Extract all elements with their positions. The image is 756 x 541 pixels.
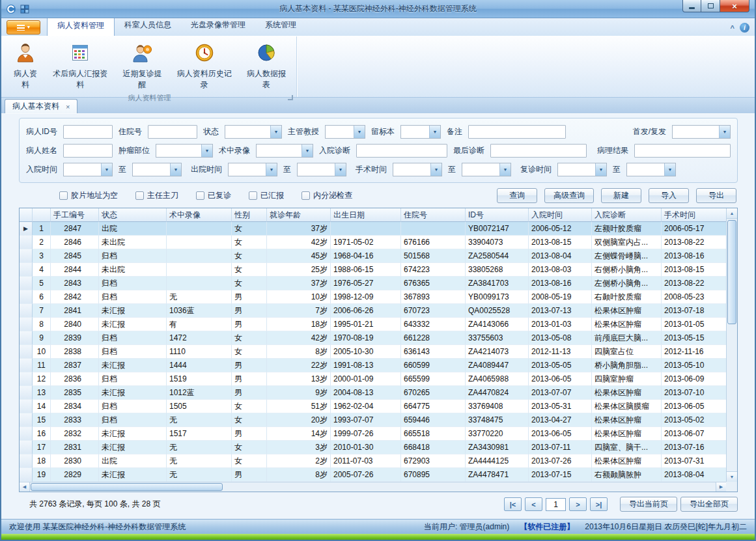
column-header[interactable]: 术中录像 [167,208,232,222]
filter-checkbox[interactable]: 内分泌检查 [301,190,352,201]
filter-input[interactable] [63,144,113,158]
first-page-button[interactable]: |< [504,497,522,511]
filter-input[interactable] [634,144,731,158]
ribbon-tab[interactable]: 科室人员信息 [115,16,181,36]
filter-dropdown[interactable]: ▼ [225,125,282,139]
table-row[interactable]: 132835未汇报1012蓝男9岁2004-08-13670265ZA44708… [20,386,726,400]
filter-dropdown[interactable]: ▼ [63,163,113,176]
tab-close-icon[interactable]: × [66,103,70,111]
minimize-button[interactable] [682,0,701,12]
ribbon-button[interactable]: 病人数据报表 [239,38,294,93]
close-button[interactable]: × [720,0,749,12]
action-button[interactable]: 导入 [649,188,689,203]
table-row[interactable]: 102838归档1110女8岁2005-10-30636143ZA4214073… [20,345,726,359]
ribbon-button[interactable]: 病人资料 [5,38,46,93]
scroll-right-icon[interactable]: ▶ [716,482,726,492]
table-row[interactable]: 142834归档1505女51岁1962-02-0466477533769408… [20,400,726,413]
filter-checkbox[interactable]: 已复诊 [196,190,231,201]
filter-dropdown[interactable]: ▼ [557,163,607,176]
maximize-button[interactable] [701,0,720,12]
table-row[interactable]: 32845归档女45岁1968-04-16501568ZA25805442013… [20,249,726,263]
filter-dropdown[interactable]: ▼ [132,163,182,176]
cell: 1968-04-16 [331,249,401,263]
action-button[interactable]: 导出 [696,188,736,203]
filter-dropdown[interactable]: ▼ [400,125,441,139]
table-row[interactable]: 62842归档无男10岁1998-12-09367893YB0099173200… [20,290,726,304]
filter-input[interactable] [148,125,197,139]
ribbon-tab[interactable]: 光盘录像带管理 [181,16,255,36]
filter-dropdown[interactable]: ▼ [156,144,213,158]
column-header[interactable]: 就诊年龄 [267,208,331,222]
horizontal-scrollbar[interactable]: ◀ ▶ [20,482,726,492]
filter-input[interactable] [468,125,566,139]
filter-dropdown[interactable]: ▼ [393,163,442,176]
action-button[interactable]: 高级查询 [544,188,594,203]
action-button[interactable]: 新建 [601,188,641,203]
column-header[interactable]: ID号 [466,208,529,222]
table-row[interactable]: 152833归档无女20岁1993-07-0765944633748475201… [20,413,726,427]
export-all-pages-button[interactable]: 导出全部页 [680,497,738,512]
table-row[interactable]: 52843归档女37岁1976-05-27676365ZA38417032013… [20,277,726,290]
table-row[interactable]: 182830出院无女2岁2011-07-03672903ZA4444125201… [20,454,726,468]
reminder-icon [132,42,152,65]
table-row[interactable]: 192829未汇报无男8岁2005-07-26670895ZA447847120… [20,468,726,482]
next-page-button[interactable]: > [569,497,587,511]
ribbon-tab[interactable]: 病人资料管理 [47,16,115,36]
column-header[interactable]: 出生日期 [331,208,401,222]
table-row[interactable]: 122836归档1519男13岁2000-01-09665599ZA406598… [20,372,726,386]
scroll-left-icon[interactable]: ◀ [20,482,30,492]
ribbon-tab[interactable]: 系统管理 [255,16,306,36]
filter-checkbox[interactable]: 已汇报 [249,190,284,201]
filter-input[interactable] [490,144,587,158]
registration-status[interactable]: 【软件已注册】 [520,521,574,533]
horizontal-scroll-thumb[interactable] [31,483,223,491]
ribbon-button[interactable]: 术后病人汇报资料 [46,38,115,93]
prev-page-button[interactable]: < [525,497,542,511]
page-number-input[interactable]: 1 [546,498,566,511]
filter-input[interactable] [356,144,447,158]
table-row[interactable]: 42844未出院女25岁1988-06-15674223338052682013… [20,263,726,277]
table-row[interactable]: 172831未汇报无女3岁2010-01-30668418ZA343098120… [20,441,726,454]
table-row[interactable]: ▶12847出院女37岁YB00721472006-05-12左额叶胶质瘤200… [20,222,726,236]
vertical-scrollbar[interactable]: ▲ ▼ [726,208,737,482]
column-header[interactable]: 入院诊断 [592,208,662,222]
column-header[interactable]: 手术时间 [662,208,726,222]
table-row[interactable]: 72841未汇报1036蓝男7岁2006-06-26670723QA002552… [20,304,726,318]
column-header-blank[interactable] [20,208,33,222]
column-header[interactable]: 手工编号 [51,208,99,222]
filter-input[interactable] [63,125,113,139]
filter-dropdown[interactable]: ▼ [325,125,365,139]
table-row[interactable]: 112837未汇报1444男22岁1991-08-13660599ZA40894… [20,359,726,372]
app-menu-button[interactable]: ▾ [7,20,40,35]
filter-dropdown[interactable]: ▼ [626,163,676,176]
collapse-ribbon-icon[interactable]: ^ [731,24,735,32]
column-header[interactable]: 入院时间 [529,208,592,222]
column-header-blank[interactable] [33,208,51,222]
filter-dropdown[interactable]: ▼ [256,144,313,158]
app-logo-icon[interactable] [6,4,16,14]
dialog-launcher-icon[interactable] [288,95,293,100]
ribbon-button[interactable]: 近期复诊提醒 [115,38,169,93]
info-icon[interactable]: i [740,23,749,33]
last-page-button[interactable]: >| [590,497,608,511]
column-header[interactable]: 状态 [99,208,167,222]
table-row[interactable]: 22846未出院女42岁1971-05-02676166339040732013… [20,236,726,249]
table-row[interactable]: 92839归档1472女42岁1970-08-19661228337556032… [20,331,726,345]
filter-checkbox[interactable]: 主任主刀 [135,190,178,201]
ribbon-button[interactable]: 病人资料历史记录 [170,38,239,93]
filter-dropdown[interactable]: ▼ [462,163,511,176]
filter-dropdown[interactable]: ▼ [672,125,731,139]
vertical-scroll-thumb[interactable] [727,220,736,324]
filter-dropdown[interactable]: ▼ [228,163,277,176]
scroll-down-icon[interactable]: ▼ [727,471,737,482]
action-button[interactable]: 查询 [497,188,537,203]
scroll-up-icon[interactable]: ▲ [727,208,737,219]
export-current-page-button[interactable]: 导出当前页 [620,497,677,512]
quick-access-icon[interactable] [20,4,30,14]
table-row[interactable]: 82840未汇报有男18岁1995-01-21643332ZA414306620… [20,318,726,331]
filter-dropdown[interactable]: ▼ [297,163,346,176]
filter-checkbox[interactable]: 胶片地址为空 [59,190,118,201]
column-header[interactable]: 住院号 [401,208,466,222]
table-row[interactable]: 162832未汇报1517男14岁1999-07-266655183377022… [20,427,726,441]
column-header[interactable]: 性别 [232,208,267,222]
